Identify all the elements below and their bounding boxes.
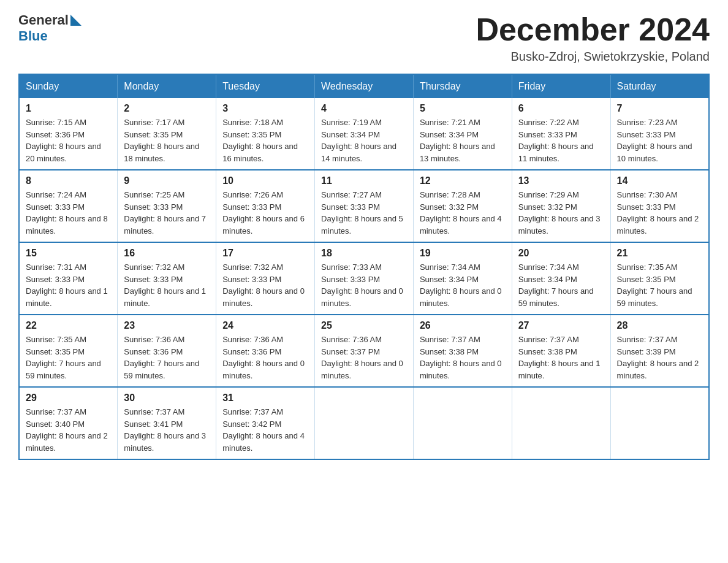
calendar-week-row-4: 22Sunrise: 7:35 AMSunset: 3:35 PMDayligh… [19, 315, 709, 387]
day-info: Sunrise: 7:32 AMSunset: 3:33 PMDaylight:… [222, 261, 308, 309]
day-info: Sunrise: 7:37 AMSunset: 3:41 PMDaylight:… [124, 406, 210, 454]
weekday-header-tuesday: Tuesday [216, 74, 315, 98]
day-info: Sunrise: 7:24 AMSunset: 3:33 PMDaylight:… [26, 189, 111, 237]
calendar-cell: 10Sunrise: 7:26 AMSunset: 3:33 PMDayligh… [216, 170, 315, 242]
calendar-week-row-3: 15Sunrise: 7:31 AMSunset: 3:33 PMDayligh… [19, 242, 709, 315]
logo-blue-text: Blue [18, 28, 48, 44]
day-number: 2 [124, 103, 210, 114]
day-info: Sunrise: 7:33 AMSunset: 3:33 PMDaylight:… [321, 261, 407, 309]
day-number: 12 [420, 175, 506, 186]
calendar-table: SundayMondayTuesdayWednesdayThursdayFrid… [18, 74, 710, 460]
day-info: Sunrise: 7:15 AMSunset: 3:36 PMDaylight:… [26, 117, 111, 164]
day-info: Sunrise: 7:34 AMSunset: 3:34 PMDaylight:… [518, 261, 604, 309]
day-info: Sunrise: 7:18 AMSunset: 3:35 PMDaylight:… [222, 117, 308, 164]
weekday-header-saturday: Saturday [610, 74, 709, 98]
calendar-cell: 28Sunrise: 7:37 AMSunset: 3:39 PMDayligh… [610, 315, 709, 387]
day-info: Sunrise: 7:29 AMSunset: 3:32 PMDaylight:… [518, 189, 604, 237]
day-number: 20 [518, 248, 604, 259]
calendar-cell: 15Sunrise: 7:31 AMSunset: 3:33 PMDayligh… [19, 242, 118, 315]
day-info: Sunrise: 7:28 AMSunset: 3:32 PMDaylight:… [420, 189, 506, 237]
day-number: 27 [518, 320, 604, 331]
day-info: Sunrise: 7:17 AMSunset: 3:35 PMDaylight:… [124, 117, 210, 164]
calendar-cell: 4Sunrise: 7:19 AMSunset: 3:34 PMDaylight… [315, 98, 414, 170]
day-number: 19 [420, 248, 506, 259]
calendar-cell: 11Sunrise: 7:27 AMSunset: 3:33 PMDayligh… [315, 170, 414, 242]
day-number: 11 [321, 175, 407, 186]
calendar-cell: 8Sunrise: 7:24 AMSunset: 3:33 PMDaylight… [19, 170, 118, 242]
day-number: 18 [321, 248, 407, 259]
day-number: 17 [222, 248, 308, 259]
day-number: 3 [222, 103, 308, 114]
day-info: Sunrise: 7:19 AMSunset: 3:34 PMDaylight:… [321, 117, 407, 164]
day-info: Sunrise: 7:34 AMSunset: 3:34 PMDaylight:… [420, 261, 506, 309]
calendar-cell: 24Sunrise: 7:36 AMSunset: 3:36 PMDayligh… [216, 315, 315, 387]
day-number: 21 [617, 248, 702, 259]
weekday-header-friday: Friday [512, 74, 610, 98]
day-info: Sunrise: 7:35 AMSunset: 3:35 PMDaylight:… [26, 334, 111, 381]
day-info: Sunrise: 7:37 AMSunset: 3:38 PMDaylight:… [420, 334, 506, 381]
logo: General Blue [18, 12, 82, 44]
day-number: 4 [321, 103, 407, 114]
day-number: 1 [26, 103, 111, 114]
location: Busko-Zdroj, Swietokrzyskie, Poland [476, 50, 710, 64]
calendar-week-row-5: 29Sunrise: 7:37 AMSunset: 3:40 PMDayligh… [19, 387, 709, 459]
calendar-cell: 16Sunrise: 7:32 AMSunset: 3:33 PMDayligh… [118, 242, 216, 315]
logo-triangle-icon [70, 15, 82, 26]
day-number: 10 [222, 175, 308, 186]
calendar-cell: 12Sunrise: 7:28 AMSunset: 3:32 PMDayligh… [413, 170, 512, 242]
calendar-cell [610, 387, 709, 459]
weekday-header-row: SundayMondayTuesdayWednesdayThursdayFrid… [19, 74, 709, 98]
title-block: December 2024 Busko-Zdroj, Swietokrzyski… [476, 12, 710, 64]
calendar-cell [512, 387, 610, 459]
calendar-cell: 23Sunrise: 7:36 AMSunset: 3:36 PMDayligh… [118, 315, 216, 387]
calendar-cell: 17Sunrise: 7:32 AMSunset: 3:33 PMDayligh… [216, 242, 315, 315]
calendar-cell: 31Sunrise: 7:37 AMSunset: 3:42 PMDayligh… [216, 387, 315, 459]
day-number: 24 [222, 320, 308, 331]
day-number: 9 [124, 175, 210, 186]
calendar-cell: 14Sunrise: 7:30 AMSunset: 3:33 PMDayligh… [610, 170, 709, 242]
day-info: Sunrise: 7:36 AMSunset: 3:36 PMDaylight:… [124, 334, 210, 381]
calendar-cell: 30Sunrise: 7:37 AMSunset: 3:41 PMDayligh… [118, 387, 216, 459]
day-number: 29 [26, 393, 111, 404]
calendar-cell: 13Sunrise: 7:29 AMSunset: 3:32 PMDayligh… [512, 170, 610, 242]
day-info: Sunrise: 7:36 AMSunset: 3:36 PMDaylight:… [222, 334, 308, 381]
day-info: Sunrise: 7:30 AMSunset: 3:33 PMDaylight:… [617, 189, 702, 237]
calendar-cell: 6Sunrise: 7:22 AMSunset: 3:33 PMDaylight… [512, 98, 610, 170]
day-number: 28 [617, 320, 702, 331]
day-number: 25 [321, 320, 407, 331]
day-info: Sunrise: 7:36 AMSunset: 3:37 PMDaylight:… [321, 334, 407, 381]
day-info: Sunrise: 7:37 AMSunset: 3:42 PMDaylight:… [222, 406, 308, 454]
calendar-cell: 27Sunrise: 7:37 AMSunset: 3:38 PMDayligh… [512, 315, 610, 387]
day-number: 16 [124, 248, 210, 259]
calendar-week-row-1: 1Sunrise: 7:15 AMSunset: 3:36 PMDaylight… [19, 98, 709, 170]
calendar-cell: 18Sunrise: 7:33 AMSunset: 3:33 PMDayligh… [315, 242, 414, 315]
day-number: 15 [26, 248, 111, 259]
calendar-cell: 9Sunrise: 7:25 AMSunset: 3:33 PMDaylight… [118, 170, 216, 242]
weekday-header-thursday: Thursday [413, 74, 512, 98]
calendar-cell: 1Sunrise: 7:15 AMSunset: 3:36 PMDaylight… [19, 98, 118, 170]
day-number: 5 [420, 103, 506, 114]
day-number: 14 [617, 175, 702, 186]
calendar-cell [315, 387, 414, 459]
day-number: 30 [124, 393, 210, 404]
day-info: Sunrise: 7:37 AMSunset: 3:38 PMDaylight:… [518, 334, 604, 381]
calendar-cell [413, 387, 512, 459]
weekday-header-monday: Monday [118, 74, 216, 98]
day-number: 23 [124, 320, 210, 331]
day-number: 22 [26, 320, 111, 331]
calendar-cell: 29Sunrise: 7:37 AMSunset: 3:40 PMDayligh… [19, 387, 118, 459]
day-info: Sunrise: 7:21 AMSunset: 3:34 PMDaylight:… [420, 117, 506, 164]
calendar-cell: 21Sunrise: 7:35 AMSunset: 3:35 PMDayligh… [610, 242, 709, 315]
calendar-cell: 2Sunrise: 7:17 AMSunset: 3:35 PMDaylight… [118, 98, 216, 170]
page-header: General Blue December 2024 Busko-Zdroj, … [18, 12, 710, 64]
day-number: 31 [222, 393, 308, 404]
calendar-cell: 20Sunrise: 7:34 AMSunset: 3:34 PMDayligh… [512, 242, 610, 315]
day-info: Sunrise: 7:26 AMSunset: 3:33 PMDaylight:… [222, 189, 308, 237]
day-number: 8 [26, 175, 111, 186]
day-info: Sunrise: 7:23 AMSunset: 3:33 PMDaylight:… [617, 117, 702, 164]
calendar-week-row-2: 8Sunrise: 7:24 AMSunset: 3:33 PMDaylight… [19, 170, 709, 242]
weekday-header-sunday: Sunday [19, 74, 118, 98]
calendar-cell: 5Sunrise: 7:21 AMSunset: 3:34 PMDaylight… [413, 98, 512, 170]
svg-marker-0 [70, 15, 82, 26]
logo-general-text: General [18, 12, 69, 28]
